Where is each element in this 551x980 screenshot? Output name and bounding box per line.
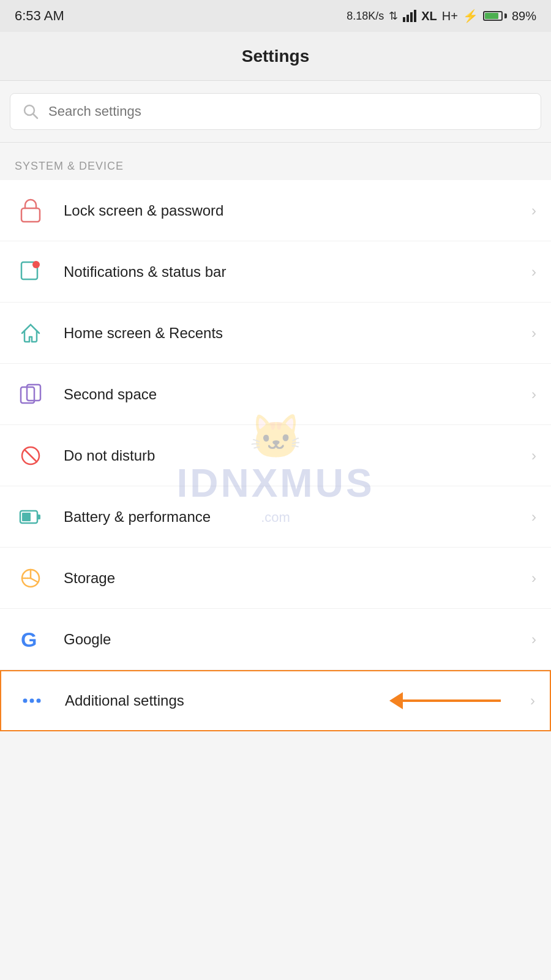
search-container — [0, 81, 551, 143]
search-input[interactable] — [48, 104, 528, 119]
page-title: Settings — [242, 47, 309, 66]
settings-item-battery[interactable]: Battery & performance › — [0, 486, 551, 548]
network-speed: 8.18K/s — [347, 10, 384, 23]
status-time: 6:53 AM — [15, 8, 64, 24]
second-space-label: Second space — [64, 386, 531, 403]
settings-list: Lock screen & password › Notifications &… — [0, 180, 551, 731]
svg-text:G: G — [21, 628, 37, 651]
google-chevron: › — [531, 631, 536, 648]
settings-item-additional[interactable]: Additional settings › — [0, 670, 551, 731]
arrow-annotation — [389, 692, 501, 709]
svg-point-18 — [23, 699, 28, 703]
settings-item-storage[interactable]: Storage › — [0, 548, 551, 609]
settings-item-home-screen[interactable]: Home screen & Recents › — [0, 303, 551, 364]
settings-item-second-space[interactable]: Second space › — [0, 364, 551, 425]
google-icon: G — [15, 624, 47, 655]
svg-rect-6 — [21, 208, 40, 222]
settings-item-lock-screen[interactable]: Lock screen & password › — [0, 180, 551, 241]
battery-perf-icon — [15, 501, 47, 533]
svg-point-19 — [30, 699, 34, 703]
additional-settings-label: Additional settings — [65, 692, 420, 709]
storage-icon — [15, 562, 47, 594]
settings-item-notifications[interactable]: Notifications & status bar › — [0, 241, 551, 303]
battery-indicator — [483, 11, 507, 21]
svg-rect-14 — [37, 514, 40, 519]
svg-rect-1 — [407, 15, 409, 22]
lock-screen-chevron: › — [531, 202, 536, 219]
dnd-label: Do not disturb — [64, 447, 531, 464]
notifications-chevron: › — [531, 263, 536, 281]
header: Settings — [0, 32, 551, 81]
second-space-chevron: › — [531, 386, 536, 403]
signal-icon: ⇅ — [389, 9, 398, 23]
notification-icon — [15, 256, 47, 288]
dnd-chevron: › — [531, 447, 536, 464]
search-icon — [23, 104, 39, 119]
dots-icon — [16, 685, 48, 717]
status-icons: 8.18K/s ⇅ XL H+ ⚡ 89% — [347, 9, 536, 23]
battery-chevron: › — [531, 508, 536, 526]
notifications-label: Notifications & status bar — [64, 263, 531, 281]
battery-label: Battery & performance — [64, 508, 531, 526]
storage-chevron: › — [531, 570, 536, 587]
home-icon — [15, 317, 47, 349]
settings-item-dnd[interactable]: Do not disturb › — [0, 425, 551, 486]
additional-chevron: › — [530, 692, 535, 709]
arrow-head-icon — [389, 692, 403, 709]
svg-line-5 — [33, 114, 37, 118]
svg-point-8 — [32, 261, 40, 268]
storage-label: Storage — [64, 570, 531, 587]
status-bar: 6:53 AM 8.18K/s ⇅ XL H+ ⚡ 89% — [0, 0, 551, 32]
dnd-icon — [15, 440, 47, 472]
svg-rect-3 — [414, 10, 416, 22]
section-header: SYSTEM & DEVICE — [0, 143, 551, 180]
lock-screen-label: Lock screen & password — [64, 202, 531, 219]
svg-rect-15 — [22, 513, 31, 521]
home-screen-chevron: › — [531, 325, 536, 342]
charging-icon: ⚡ — [463, 9, 478, 23]
google-label: Google — [64, 631, 531, 648]
lock-icon — [15, 195, 47, 227]
home-screen-label: Home screen & Recents — [64, 325, 531, 342]
svg-point-20 — [37, 699, 41, 703]
svg-rect-2 — [410, 12, 413, 22]
svg-line-12 — [24, 450, 37, 462]
second-space-icon — [15, 379, 47, 410]
svg-rect-0 — [403, 17, 405, 22]
arrow-line — [403, 699, 501, 702]
search-box[interactable] — [10, 93, 541, 130]
carrier-label: XL — [421, 9, 437, 23]
network-type-label: H+ — [442, 9, 458, 23]
battery-percent: 89% — [512, 9, 536, 23]
settings-item-google[interactable]: G Google › — [0, 609, 551, 670]
signal-bars-icon — [403, 10, 416, 22]
